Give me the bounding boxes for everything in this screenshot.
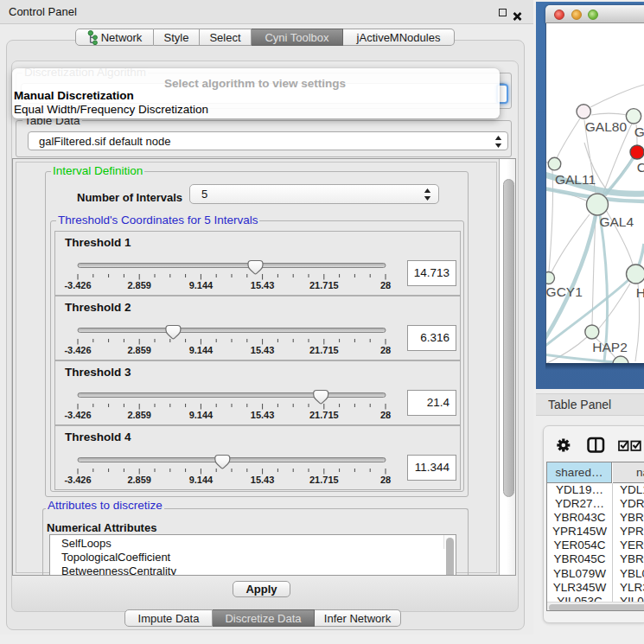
svg-text:15.43: 15.43 xyxy=(251,410,275,420)
svg-text:21.715: 21.715 xyxy=(309,280,339,290)
svg-text:-3.426: -3.426 xyxy=(64,410,91,420)
svg-text:2.859: 2.859 xyxy=(127,345,151,355)
svg-text:28: 28 xyxy=(380,280,391,290)
svg-text:GA: GA xyxy=(634,124,644,139)
svg-text:GCY1: GCY1 xyxy=(546,284,583,299)
svg-text:HA: HA xyxy=(636,285,644,300)
svg-text:21.715: 21.715 xyxy=(309,345,339,355)
svg-text:15.43: 15.43 xyxy=(251,280,275,290)
svg-text:2.859: 2.859 xyxy=(127,410,151,420)
svg-text:GAL4: GAL4 xyxy=(599,214,634,229)
svg-text:GAL80: GAL80 xyxy=(585,119,628,134)
svg-text:HAP2: HAP2 xyxy=(592,340,628,354)
svg-text:9.144: 9.144 xyxy=(189,475,214,485)
svg-text:28: 28 xyxy=(380,345,391,355)
svg-text:15.43: 15.43 xyxy=(251,475,275,485)
svg-text:-3.426: -3.426 xyxy=(64,475,91,485)
svg-text:9.144: 9.144 xyxy=(189,410,214,420)
svg-text:21.715: 21.715 xyxy=(309,410,339,420)
svg-text:GAL11: GAL11 xyxy=(555,172,596,187)
svg-text:28: 28 xyxy=(380,410,391,420)
svg-text:CA: CA xyxy=(637,160,644,175)
svg-text:-3.426: -3.426 xyxy=(64,280,91,290)
svg-text:2.859: 2.859 xyxy=(127,475,151,485)
svg-text:15.43: 15.43 xyxy=(251,345,275,355)
svg-text:-3.426: -3.426 xyxy=(64,345,91,355)
svg-text:28: 28 xyxy=(380,475,391,485)
svg-text:9.144: 9.144 xyxy=(189,280,214,290)
svg-text:2.859: 2.859 xyxy=(127,280,151,290)
svg-text:21.715: 21.715 xyxy=(309,475,339,485)
svg-text:9.144: 9.144 xyxy=(189,345,214,355)
